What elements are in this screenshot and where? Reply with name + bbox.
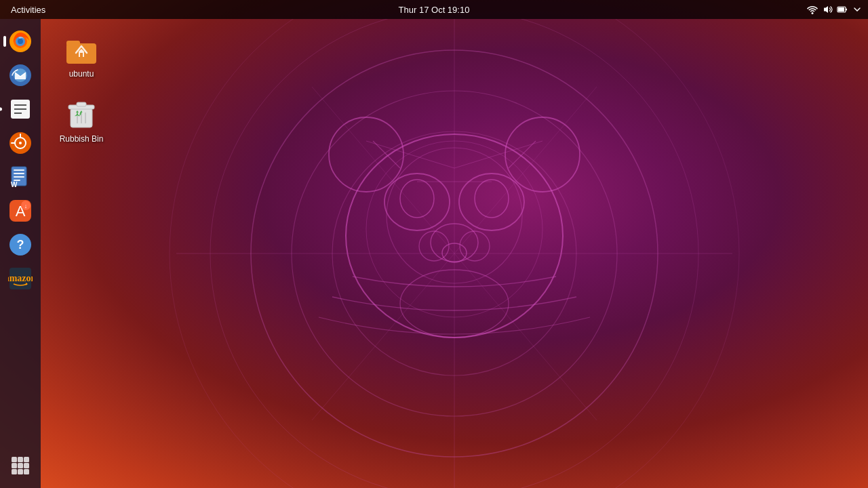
svg-point-0: [251, 50, 658, 457]
svg-point-15: [475, 180, 509, 218]
svg-point-13: [400, 180, 434, 218]
active-indicator: [3, 36, 6, 47]
desktop-icons: ubuntu: [44, 19, 119, 163]
svg-point-14: [459, 174, 524, 230]
svg-rect-65: [24, 469, 29, 474]
svg-point-4: [170, 19, 739, 488]
svg-text:↓: ↓: [24, 203, 28, 209]
svg-rect-46: [14, 176, 24, 178]
svg-point-32: [18, 39, 23, 44]
dock: W A ↓ ? amazon: [0, 19, 41, 488]
desktop: Activities Thur 17 Oct 19:10: [0, 0, 868, 488]
svg-rect-61: [18, 463, 23, 468]
desktop-icon-trash[interactable]: Rubbish Bin: [51, 91, 112, 149]
svg-rect-63: [12, 469, 17, 474]
app-grid-button[interactable]: [5, 450, 36, 481]
svg-line-24: [454, 141, 542, 168]
svg-text:W: W: [11, 181, 18, 188]
svg-rect-64: [18, 469, 23, 474]
svg-rect-44: [14, 169, 24, 171]
dock-item-firefox[interactable]: [5, 26, 36, 57]
svg-point-20: [400, 270, 509, 338]
svg-rect-58: [18, 457, 23, 462]
svg-point-2: [332, 131, 576, 375]
svg-text:?: ?: [17, 238, 24, 251]
wifi-icon[interactable]: [807, 4, 818, 15]
top-panel: Activities Thur 17 Oct 19:10: [0, 0, 868, 19]
svg-point-19: [460, 231, 490, 261]
wallpaper-art: [41, 19, 868, 488]
svg-point-22: [366, 141, 542, 317]
svg-rect-71: [77, 102, 86, 106]
svg-point-9: [346, 134, 563, 338]
dock-item-help[interactable]: ?: [5, 229, 36, 260]
svg-rect-57: [12, 457, 17, 462]
svg-point-16: [431, 224, 478, 262]
clock: Thur 17 Oct 19:10: [399, 5, 470, 15]
dock-item-amazon[interactable]: amazon: [5, 263, 36, 294]
sound-icon[interactable]: [822, 4, 833, 15]
svg-line-7: [312, 87, 597, 420]
svg-rect-62: [24, 463, 29, 468]
desktop-icon-home[interactable]: ubuntu: [51, 26, 112, 84]
svg-rect-45: [14, 173, 24, 174]
svg-point-12: [384, 174, 450, 230]
dock-item-rhythmbox[interactable]: [5, 127, 36, 159]
activities-button[interactable]: Activities: [5, 0, 51, 19]
svg-point-10: [329, 117, 403, 192]
svg-point-11: [505, 117, 580, 192]
svg-point-21: [387, 148, 522, 283]
svg-line-8: [312, 87, 597, 420]
svg-text:amazon: amazon: [8, 273, 33, 283]
dock-item-notes[interactable]: [5, 94, 36, 125]
svg-point-41: [19, 142, 22, 144]
battery-icon[interactable]: [837, 4, 848, 15]
svg-line-23: [366, 141, 454, 168]
svg-rect-28: [846, 9, 847, 11]
desktop-icon-home-label: ubuntu: [69, 69, 94, 79]
svg-rect-67: [66, 41, 80, 46]
system-tray: [807, 4, 863, 15]
svg-point-1: [292, 91, 617, 416]
desktop-icon-trash-label: Rubbish Bin: [60, 134, 104, 144]
dock-item-writer[interactable]: W: [5, 161, 36, 192]
svg-point-18: [419, 231, 449, 261]
svg-rect-27: [838, 7, 844, 12]
dock-item-appstore[interactable]: A ↓: [5, 195, 36, 226]
svg-rect-59: [24, 457, 29, 462]
svg-point-17: [442, 243, 467, 262]
svg-rect-60: [12, 463, 17, 468]
dock-item-thunderbird[interactable]: [5, 60, 36, 91]
system-settings-icon[interactable]: [852, 4, 863, 15]
svg-rect-68: [80, 53, 83, 57]
svg-point-3: [210, 19, 698, 488]
